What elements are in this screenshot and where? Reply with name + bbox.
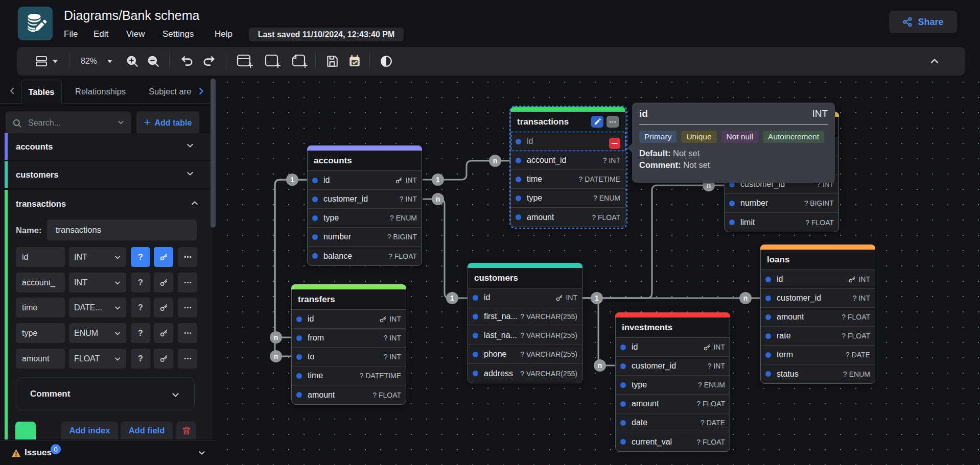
svg-text:n: n	[436, 195, 440, 203]
svg-text:n: n	[598, 361, 602, 370]
svg-text:1: 1	[290, 176, 294, 184]
svg-text:1: 1	[595, 294, 599, 302]
svg-text:n: n	[493, 157, 498, 165]
svg-text:n: n	[743, 294, 748, 302]
svg-text:n: n	[274, 352, 278, 360]
svg-text:1: 1	[450, 294, 454, 302]
svg-text:1: 1	[436, 176, 440, 184]
svg-text:n: n	[274, 333, 278, 341]
